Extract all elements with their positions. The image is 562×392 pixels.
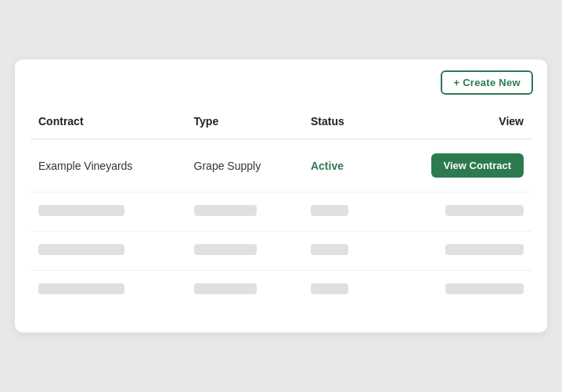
placeholder-bar [445, 244, 524, 255]
table-row-placeholder [31, 271, 531, 310]
placeholder-bar [194, 244, 257, 255]
status-badge: Active [311, 160, 344, 172]
placeholder-bar [38, 205, 124, 216]
placeholder-cell-status [303, 271, 378, 310]
column-header-status: Status [303, 106, 378, 139]
placeholder-cell-status [303, 232, 378, 271]
placeholder-bar [311, 244, 348, 255]
view-contract-button[interactable]: View Contract [431, 153, 524, 178]
table-row: Example Vineyards Grape Supply Active Vi… [31, 139, 531, 192]
placeholder-cell-type [186, 232, 303, 271]
table-row-placeholder [31, 192, 531, 232]
top-bar: + Create New [15, 59, 547, 106]
placeholder-cell-contract [31, 271, 186, 310]
placeholder-cell-type [186, 271, 303, 310]
page-container: + Create New Contract Type Status View E… [15, 59, 547, 333]
placeholder-bar [311, 205, 348, 216]
table-row-placeholder [31, 232, 531, 271]
column-header-view: View [378, 106, 531, 139]
cell-contract: Example Vineyards [31, 139, 186, 192]
placeholder-bar [445, 205, 524, 216]
cell-status: Active [303, 139, 378, 192]
table-header-row: Contract Type Status View [31, 106, 531, 139]
placeholder-cell-view [378, 271, 531, 310]
placeholder-bar [194, 283, 257, 294]
placeholder-bar [38, 283, 124, 294]
placeholder-cell-view [378, 192, 531, 232]
placeholder-cell-type [186, 192, 303, 232]
placeholder-cell-contract [31, 232, 186, 271]
column-header-contract: Contract [31, 106, 186, 139]
column-header-type: Type [186, 106, 303, 139]
placeholder-cell-view [378, 232, 531, 271]
placeholder-cell-contract [31, 192, 186, 232]
cell-view: View Contract [378, 139, 531, 192]
contracts-table: Contract Type Status View Example Vineya… [31, 106, 531, 309]
placeholder-bar [311, 283, 348, 294]
placeholder-bar [445, 283, 524, 294]
table-container: Contract Type Status View Example Vineya… [15, 106, 547, 333]
cell-type: Grape Supply [186, 139, 303, 192]
create-new-button[interactable]: + Create New [441, 70, 533, 95]
placeholder-bar [194, 205, 257, 216]
placeholder-bar [38, 244, 124, 255]
placeholder-cell-status [303, 192, 378, 232]
